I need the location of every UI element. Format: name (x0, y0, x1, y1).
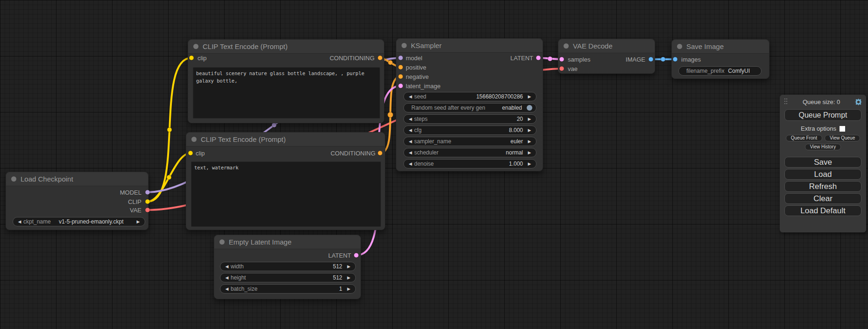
collapse-dot-icon[interactable] (402, 43, 407, 48)
increment-arrow-icon[interactable]: ▶ (527, 114, 532, 124)
filename-prefix-widget[interactable]: filename_prefix ComfyUI (678, 66, 762, 76)
node-vae-decode[interactable]: VAE Decode samples vae IMAGE (558, 39, 655, 74)
node-title: VAE Decode (573, 42, 613, 50)
scheduler-combo[interactable]: ◀ scheduler normal ▶ (403, 148, 536, 157)
node-titlebar[interactable]: Load Checkpoint (6, 172, 148, 186)
decrement-arrow-icon[interactable]: ◀ (408, 114, 413, 124)
node-clip-text-encode-positive[interactable]: CLIP Text Encode (Prompt) clip CONDITION… (188, 39, 384, 123)
node-titlebar[interactable]: KSampler (396, 39, 543, 53)
decrement-arrow-icon[interactable]: ◀ (224, 284, 230, 294)
link-midpoint-dot (388, 112, 393, 118)
node-title: KSampler (411, 42, 442, 49)
ckpt-name-combo[interactable]: ◀ ckpt_name v1-5-pruned-emaonly.ckpt ▶ (13, 217, 145, 226)
drag-handle-icon[interactable] (784, 98, 788, 105)
positive-prompt-textarea[interactable]: beautiful scenery nature glass bottle la… (193, 67, 380, 119)
node-title: Save Image (686, 42, 724, 50)
decrement-arrow-icon[interactable]: ◀ (408, 137, 413, 146)
widget-value: 512 (244, 263, 342, 270)
node-empty-latent-image[interactable]: Empty Latent Image LATENT ◀ width 512 ▶ … (214, 235, 361, 299)
comfyui-canvas[interactable]: { "colors": { "model": "#B39DDB", "clip"… (0, 0, 868, 329)
link-midpoint-dot (661, 57, 665, 62)
increment-arrow-icon[interactable]: ▶ (527, 92, 532, 101)
output-slot-latent: LATENT (510, 55, 533, 62)
queue-front-button[interactable]: Queue Front (786, 135, 822, 141)
input-slot-vae: vae (568, 65, 578, 73)
node-titlebar[interactable]: VAE Decode (558, 39, 655, 53)
widget-label: denoise (414, 161, 434, 167)
collapse-dot-icon[interactable] (193, 44, 198, 49)
widget-label: filename_prefix (686, 68, 724, 74)
node-clip-text-encode-negative[interactable]: CLIP Text Encode (Prompt) clip CONDITION… (186, 132, 385, 230)
steps-widget[interactable]: ◀ steps 20 ▶ (403, 114, 536, 124)
node-titlebar[interactable]: Save Image (672, 40, 769, 54)
collapse-dot-icon[interactable] (219, 239, 225, 245)
load-button[interactable]: Load (784, 169, 861, 180)
collapse-dot-icon[interactable] (11, 176, 16, 182)
link-midpoint-dot (388, 60, 393, 65)
widget-label: height (231, 274, 246, 281)
load-default-button[interactable]: Load Default (784, 205, 861, 216)
decrement-arrow-icon[interactable]: ◀ (408, 126, 413, 135)
decrement-arrow-icon[interactable]: ◀ (408, 159, 413, 168)
seed-widget[interactable]: ◀ seed 156680208700286 ▶ (403, 92, 536, 101)
output-slot-image: IMAGE (626, 56, 645, 63)
widget-value: ComfyUI (724, 68, 754, 74)
node-save-image[interactable]: Save Image images filename_prefix ComfyU… (671, 39, 769, 79)
cfg-widget[interactable]: ◀ cfg 8.000 ▶ (403, 126, 536, 135)
widget-value: 1.000 (434, 161, 523, 167)
increment-arrow-icon[interactable]: ▶ (527, 137, 532, 146)
sampler-name-combo[interactable]: ◀ sampler_name euler ▶ (403, 137, 536, 146)
node-titlebar[interactable]: CLIP Text Encode (Prompt) (186, 133, 385, 147)
width-widget[interactable]: ◀ width 512 ▶ (220, 262, 356, 271)
widget-value: 156680208700286 (426, 93, 523, 100)
node-title: Empty Latent Image (229, 238, 291, 246)
link-midpoint-dot (548, 56, 552, 61)
batch-size-widget[interactable]: ◀ batch_size 1 ▶ (220, 284, 356, 294)
increment-arrow-icon[interactable]: ▶ (527, 148, 532, 157)
increment-arrow-icon[interactable]: ▶ (527, 159, 532, 168)
settings-gear-icon[interactable] (854, 98, 862, 106)
decrement-arrow-icon[interactable]: ◀ (224, 273, 230, 282)
clear-button[interactable]: Clear (784, 193, 861, 204)
queue-prompt-button[interactable]: Queue Prompt (784, 109, 861, 121)
output-slot-conditioning: CONDITIONING (330, 55, 374, 62)
decrement-arrow-icon[interactable]: ◀ (224, 262, 230, 271)
refresh-button[interactable]: Refresh (784, 181, 861, 192)
view-queue-button[interactable]: View Queue (825, 135, 860, 141)
increment-arrow-icon[interactable]: ▶ (346, 262, 352, 271)
input-slot-samples: samples (568, 56, 590, 63)
output-slot-vae: VAE (130, 207, 141, 214)
increment-arrow-icon[interactable]: ▶ (135, 217, 141, 226)
decrement-arrow-icon[interactable]: ◀ (408, 92, 413, 101)
link-midpoint-dot (167, 175, 171, 180)
increment-arrow-icon[interactable]: ▶ (346, 284, 352, 294)
input-slot-positive: positive (406, 64, 426, 71)
node-title: CLIP Text Encode (Prompt) (201, 135, 286, 143)
collapse-dot-icon[interactable] (191, 137, 197, 142)
input-slot-model: model (406, 55, 422, 62)
node-load-checkpoint[interactable]: Load Checkpoint MODEL CLIP VAE ◀ ckpt_na… (6, 172, 148, 230)
link-midpoint-dot (272, 123, 276, 127)
collapse-dot-icon[interactable] (564, 43, 569, 49)
extra-options-checkbox[interactable] (840, 126, 845, 132)
toggle-on-dot-icon[interactable] (527, 105, 532, 111)
height-widget[interactable]: ◀ height 512 ▶ (220, 273, 356, 282)
widget-label: seed (414, 93, 426, 100)
view-history-button[interactable]: View History (805, 144, 841, 150)
output-slot-clip: CLIP (128, 198, 141, 206)
widget-label: steps (414, 116, 428, 122)
negative-prompt-textarea[interactable]: text, watermark (191, 161, 381, 227)
decrement-arrow-icon[interactable]: ◀ (408, 148, 413, 157)
decrement-arrow-icon[interactable]: ◀ (17, 217, 22, 226)
collapse-dot-icon[interactable] (677, 44, 682, 49)
widget-value: 20 (428, 116, 523, 122)
node-ksampler[interactable]: KSampler model positive negative latent_… (396, 38, 543, 171)
increment-arrow-icon[interactable]: ▶ (527, 126, 532, 135)
save-button[interactable]: Save (784, 157, 861, 168)
node-titlebar[interactable]: Empty Latent Image (214, 235, 360, 249)
queue-menu-panel: Queue size: 0 Queue Prompt Extra options… (780, 95, 866, 232)
random-seed-toggle[interactable]: Random seed after every gen enabled (403, 103, 536, 112)
denoise-widget[interactable]: ◀ denoise 1.000 ▶ (403, 159, 536, 168)
increment-arrow-icon[interactable]: ▶ (346, 273, 352, 282)
node-titlebar[interactable]: CLIP Text Encode (Prompt) (188, 40, 384, 54)
